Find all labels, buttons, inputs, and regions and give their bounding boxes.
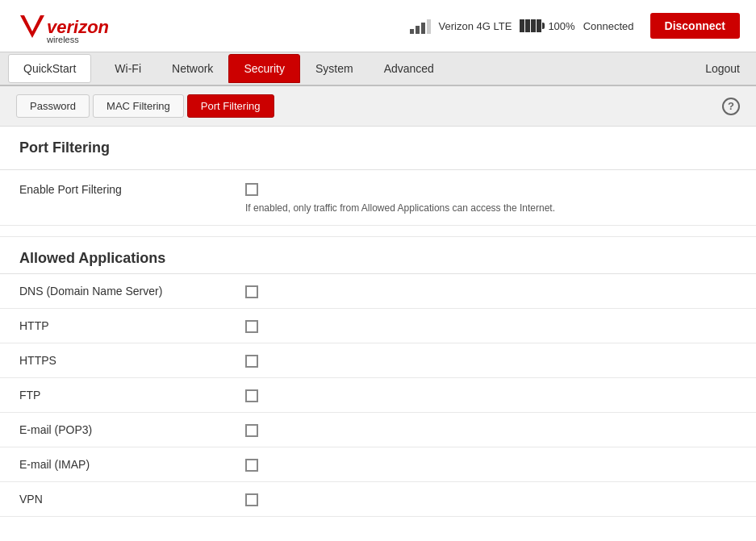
signal-bar-3 [421,23,425,34]
app-checkbox-https[interactable] [245,355,258,368]
verizon-logo-svg: verizon wireless [16,9,121,43]
enable-port-filtering-label: Enable Port Filtering [19,181,245,196]
app-row-http: HTTP [0,309,756,343]
signal-bar-4 [427,19,431,34]
logo-area: verizon wireless [16,9,410,43]
app-row-dns: DNS (Domain Name Server) [0,274,756,309]
main-nav: QuickStart Wi-Fi Network Security System… [0,52,756,86]
app-checkbox-http[interactable] [245,320,258,333]
app-label-https: HTTPS [19,354,245,367]
enable-port-filtering-desc: If enabled, only traffic from Allowed Ap… [245,202,555,214]
app-checkbox-vpn[interactable] [245,493,258,506]
app-label-imap: E-mail (IMAP) [19,458,245,471]
battery-percent: 100% [548,20,574,32]
app-label-dns: DNS (Domain Name Server) [19,285,245,298]
app-checkbox-ftp[interactable] [245,389,258,402]
app-row-vpn: VPN [0,482,756,517]
allowed-applications-title: Allowed Applications [0,237,756,274]
enable-port-filtering-control: If enabled, only traffic from Allowed Ap… [245,181,555,214]
app-row-pop3: E-mail (POP3) [0,413,756,447]
enable-port-filtering-row: Enable Port Filtering If enabled, only t… [0,170,756,226]
signal-bar-1 [410,29,414,34]
content-area: Port Filtering Enable Port Filtering If … [0,127,756,541]
app-checkbox-pop3[interactable] [245,424,258,437]
tab-advanced[interactable]: Advanced [369,54,449,83]
logout-button[interactable]: Logout [697,56,748,81]
signal-bars [410,18,431,34]
carrier-name: Verizon 4G LTE [439,20,512,32]
sub-nav: Password MAC Filtering Port Filtering ? [0,86,756,127]
app-row-https: HTTPS [0,343,756,378]
disconnect-button[interactable]: Disconnect [650,13,740,39]
header: verizon wireless Verizon 4G LTE 100% [0,0,756,52]
app-row-ftp: FTP [0,378,756,413]
verizon-logo: verizon wireless [16,9,121,43]
subtab-password[interactable]: Password [16,94,90,118]
battery-icon [520,19,545,32]
app-label-ftp: FTP [19,389,245,402]
app-label-pop3: E-mail (POP3) [19,423,245,436]
subtab-mac-filtering[interactable]: MAC Filtering [93,94,184,118]
signal-bar-2 [416,26,420,34]
app-checkbox-imap[interactable] [245,459,258,472]
app-checkbox-dns[interactable] [245,285,258,298]
svg-marker-0 [20,15,44,38]
enable-port-filtering-checkbox[interactable] [245,183,258,196]
spacer-row [0,226,756,237]
help-icon[interactable]: ? [722,98,740,115]
svg-text:wireless: wireless [46,35,79,43]
tab-wifi[interactable]: Wi-Fi [99,54,157,83]
battery-area: 100% [520,19,574,32]
signal-area: Verizon 4G LTE 100% Connected Disconnect [410,13,740,39]
tab-network[interactable]: Network [157,54,228,83]
app-row-imap: E-mail (IMAP) [0,447,756,482]
connection-status: Connected [583,20,634,32]
subtab-port-filtering[interactable]: Port Filtering [187,94,274,118]
tab-quickstart[interactable]: QuickStart [8,54,91,83]
port-filtering-title: Port Filtering [0,127,756,170]
tab-system[interactable]: System [300,54,369,83]
app-label-http: HTTP [19,319,245,332]
app-label-vpn: VPN [19,493,245,506]
tab-security[interactable]: Security [228,54,300,83]
